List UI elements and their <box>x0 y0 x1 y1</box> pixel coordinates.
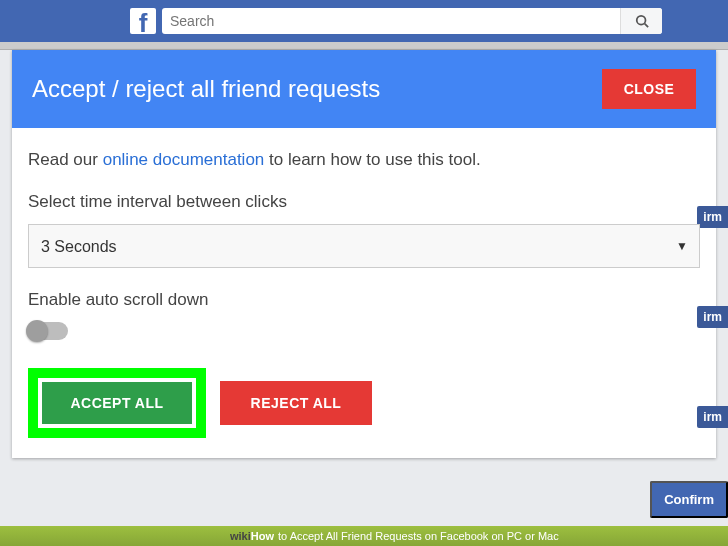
article-title: to Accept All Friend Requests on Faceboo… <box>278 530 559 542</box>
interval-select-row: 3 Seconds ▼ <box>28 224 700 268</box>
how-text: How <box>251 530 274 542</box>
svg-point-0 <box>636 16 645 25</box>
wiki-text: wiki <box>230 530 251 542</box>
intro-tail: to learn how to use this tool. <box>264 150 480 169</box>
documentation-link[interactable]: online documentation <box>103 150 265 169</box>
accept-all-button[interactable]: ACCEPT ALL <box>38 378 196 428</box>
interval-select[interactable]: 3 Seconds <box>28 224 700 268</box>
facebook-topbar: f <box>0 0 728 42</box>
separator <box>0 42 728 50</box>
search-container <box>162 8 662 34</box>
panel-title: Accept / reject all friend requests <box>32 75 380 103</box>
search-input[interactable] <box>162 8 620 34</box>
intro-text: Read our online documentation to learn h… <box>28 150 700 170</box>
reject-all-button[interactable]: REJECT ALL <box>220 381 372 425</box>
scroll-label: Enable auto scroll down <box>28 290 700 310</box>
search-icon <box>635 14 649 28</box>
interval-label: Select time interval between clicks <box>28 192 700 212</box>
wikihow-footer: wikiHow to Accept All Friend Requests on… <box>0 526 728 546</box>
panel-body: Read our online documentation to learn h… <box>12 128 716 458</box>
auto-scroll-toggle[interactable] <box>28 322 68 340</box>
facebook-logo-icon[interactable]: f <box>130 8 156 34</box>
svg-line-1 <box>644 24 648 28</box>
confirm-button[interactable]: Confirm <box>650 481 728 518</box>
highlight-box: ACCEPT ALL <box>28 368 206 438</box>
tool-panel: Accept / reject all friend requests CLOS… <box>12 50 716 458</box>
search-button[interactable] <box>620 8 662 34</box>
panel-header: Accept / reject all friend requests CLOS… <box>12 50 716 128</box>
action-buttons: ACCEPT ALL REJECT ALL <box>28 368 700 438</box>
confirm-pill: irm <box>697 406 728 428</box>
confirm-pill: irm <box>697 306 728 328</box>
close-button[interactable]: CLOSE <box>602 69 696 109</box>
intro-lead: Read our <box>28 150 103 169</box>
confirm-pill: irm <box>697 206 728 228</box>
toggle-knob <box>26 320 48 342</box>
